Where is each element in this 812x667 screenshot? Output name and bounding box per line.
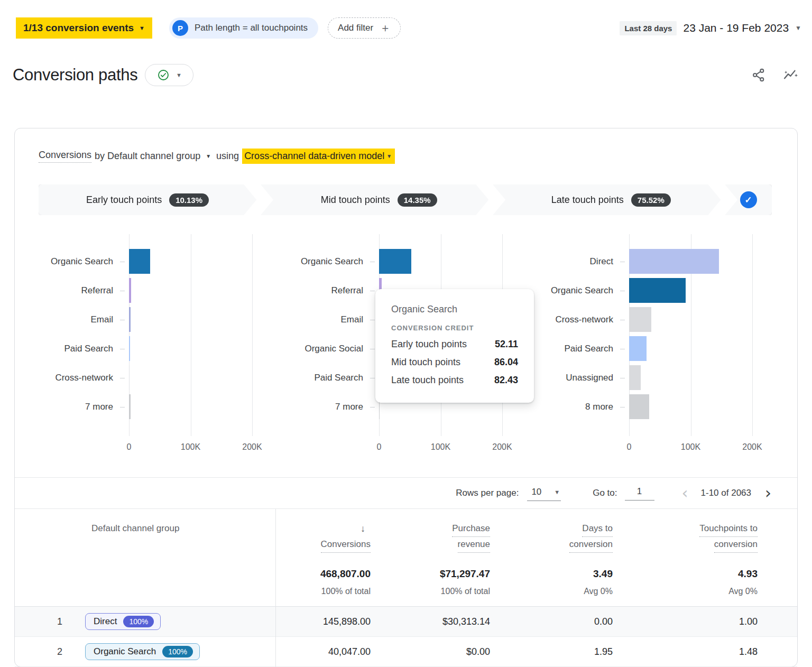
bar-organic-search[interactable] [129, 249, 150, 274]
column-header-default-channel-group[interactable]: Default channel group [15, 521, 275, 553]
channel-chip-direct[interactable]: Direct100% [85, 613, 161, 630]
bar-cross-network[interactable] [129, 365, 130, 390]
tooltip-row-value: 86.04 [494, 357, 518, 368]
channel-name: Direct [94, 616, 117, 627]
axis-tick [365, 247, 379, 276]
column-divider [275, 509, 276, 667]
cell-days: 0.00 [490, 616, 613, 627]
bar-organic-search[interactable] [379, 249, 411, 274]
rows-per-page-select[interactable]: 10 ▼ [527, 486, 561, 501]
channel-share-badge: 100% [123, 616, 154, 627]
column-header-label: Purchaserevenue [371, 521, 490, 553]
bar-paid-search[interactable] [129, 336, 130, 361]
bar-7-more[interactable] [129, 394, 131, 419]
report-status-dropdown[interactable]: ▼ [145, 64, 193, 86]
tab-percentage-badge: 10.13% [169, 193, 209, 207]
row-channel-cell: 2Organic Search100% [15, 643, 275, 660]
table-totals-row: 468,807.00100% of total$71,297.47100% of… [15, 568, 797, 596]
attribution-model-selector[interactable]: Cross-channel data-driven model ▼ [242, 149, 395, 164]
chevron-down-icon: ▼ [386, 153, 392, 159]
column-header-label: Touchpoints toconversion [613, 521, 758, 553]
path-length-filter-chip[interactable]: P Path length = all touchpoints [169, 17, 318, 39]
next-page-button[interactable]: › [765, 485, 771, 501]
tooltip-row-label: Mid touch points [391, 357, 460, 368]
x-tick-label: 200K [492, 442, 512, 452]
pagination-range: 1-10 of 2063 [701, 488, 751, 498]
axis-tick [615, 247, 629, 276]
touch-point-tabs: Early touch points10.13%Mid touch points… [39, 184, 772, 215]
chart-row: Paid Search [536, 334, 776, 363]
bar-direct[interactable] [629, 249, 719, 274]
totals-spacer [15, 568, 275, 596]
column-header-label: Days toconversion [490, 521, 613, 553]
channel-chip-organic-search[interactable]: Organic Search100% [85, 643, 200, 660]
date-range-selector[interactable]: Last 28 days 23 Jan - 19 Feb 2023 ▼ [620, 21, 801, 35]
category-label: 7 more [286, 402, 365, 412]
insights-icon[interactable] [782, 67, 799, 83]
axis-tick [115, 392, 129, 421]
x-axis-labels: 0100K200K [129, 442, 256, 454]
cell-days: 1.95 [490, 646, 613, 657]
x-tick-label: 100K [181, 442, 200, 452]
bar-email[interactable] [129, 307, 131, 332]
bar-area [629, 334, 776, 363]
tooltip-row-value: 52.11 [495, 339, 518, 350]
total-subtext: Avg 0% [613, 587, 758, 596]
category-label: Organic Social [286, 344, 365, 354]
add-filter-button[interactable]: Add filter ＋ [328, 17, 401, 39]
total-subtext: 100% of total [371, 587, 490, 596]
tab-mid-touch-points[interactable]: Mid touch points14.35% [261, 184, 488, 215]
axis-tick [615, 363, 629, 392]
conversion-events-dropdown[interactable]: 1/13 conversion events ▼ [16, 17, 152, 39]
chart-row: Organic Search [36, 247, 276, 276]
chart-row: Cross-network [36, 363, 276, 392]
previous-page-button[interactable]: ‹ [682, 485, 688, 501]
chart-row: Cross-network [536, 305, 776, 334]
goto-page-input[interactable]: 1 [625, 486, 654, 501]
chevron-down-icon: ▼ [176, 72, 182, 78]
add-filter-label: Add filter [338, 23, 373, 33]
x-tick-label: 200K [242, 442, 262, 452]
sort-desc-icon: ↓ [361, 523, 365, 534]
metric-link[interactable]: Conversions [39, 150, 91, 163]
chart-row: 8 more [536, 392, 776, 421]
column-header-purchase-revenue[interactable]: Purchaserevenue [371, 521, 490, 553]
channel-name: Organic Search [94, 646, 156, 657]
bar-8-more[interactable] [629, 394, 649, 419]
share-icon[interactable] [751, 67, 767, 83]
bar-area [629, 305, 776, 334]
goto-label: Go to: [593, 488, 617, 498]
category-label: Referral [286, 285, 365, 296]
tooltip-row-label: Early touch points [391, 339, 467, 350]
bar-cross-network[interactable] [629, 307, 651, 332]
tab-late-touch-points[interactable]: Late touch points75.52% [493, 184, 721, 215]
total-subtext: Avg 0% [490, 587, 613, 596]
cell-revenue: $0.00 [371, 646, 490, 657]
category-label: 8 more [536, 402, 615, 412]
axis-tick [115, 276, 129, 305]
chevron-down-icon: ▼ [139, 25, 145, 31]
bar-area [629, 276, 776, 305]
column-header-touchpoints-to-conversion[interactable]: Touchpoints toconversion [613, 521, 758, 553]
dimension-selector[interactable]: by Default channel group [95, 151, 200, 162]
chart-row: Organic Search [286, 247, 526, 276]
table-row[interactable]: 1Direct100%145,898.00$30,313.140.001.00 [15, 607, 797, 637]
total-revenue: $71,297.47100% of total [371, 568, 490, 596]
tab-early-touch-points[interactable]: Early touch points10.13% [39, 184, 256, 215]
bar-unassigned[interactable] [629, 365, 641, 390]
category-label: Paid Search [536, 344, 615, 354]
path-chip-avatar: P [172, 20, 188, 36]
bar-organic-search[interactable] [629, 278, 686, 303]
tooltip-row: Late touch points82.43 [391, 375, 518, 386]
bar-referral[interactable] [129, 278, 131, 303]
category-label: Organic Search [286, 256, 365, 267]
selected-check-tab[interactable]: ✓ [725, 184, 772, 215]
column-header-days-to-conversion[interactable]: Days toconversion [490, 521, 613, 553]
cell-touchpoints: 1.00 [613, 616, 758, 627]
bar-paid-search[interactable] [629, 336, 647, 361]
date-preset-badge: Last 28 days [620, 21, 677, 35]
table-row[interactable]: 2Organic Search100%40,047.00$0.001.951.4… [15, 637, 797, 667]
tooltip-title: Organic Search [391, 304, 518, 315]
column-header-conversions[interactable]: ↓Conversions [275, 521, 371, 553]
bar-area [129, 363, 276, 392]
